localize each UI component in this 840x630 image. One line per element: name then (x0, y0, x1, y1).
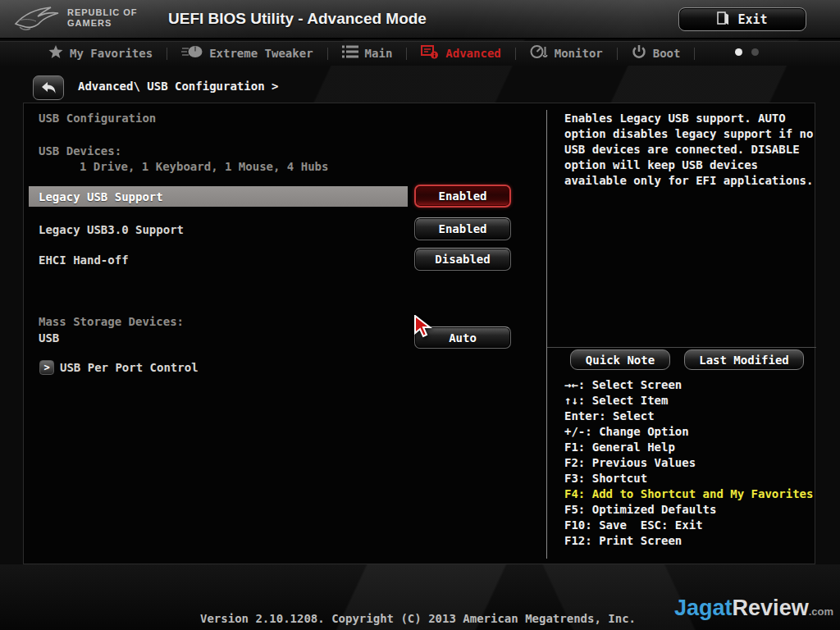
help-panel-divider (547, 347, 816, 348)
section-title: USB Configuration (39, 112, 156, 125)
brand-text: REPUBLIC OF GAMERS (67, 7, 138, 28)
mouse-cursor (413, 315, 433, 341)
key-hint: +/-: Change Option (564, 424, 813, 440)
key-hint: ↑↓: Select Item (564, 393, 813, 409)
nav-tab-advanced[interactable]: Advanced (407, 44, 514, 62)
key-hint: F4: Add to Shortcut and My Favorites (564, 486, 813, 502)
star-icon (48, 45, 63, 62)
option-value-legacy-usb3-support[interactable]: Enabled (414, 217, 511, 240)
gauge-icon (530, 44, 548, 62)
submenu-arrow-icon: > (39, 360, 54, 375)
page-title: UEFI BIOS Utility - Advanced Mode (168, 10, 427, 28)
watermark: JagatReview.com (674, 596, 833, 621)
quick-note-button[interactable]: Quick Note (570, 349, 670, 370)
usb-devices-value: 1 Drive, 1 Keyboard, 1 Mouse, 4 Hubs (80, 160, 328, 173)
nav-tab-monitor[interactable]: Monitor (516, 44, 617, 62)
key-hint: F2: Previous Values (564, 455, 813, 471)
panel-divider (546, 110, 547, 559)
main-navigation: My Favorites Extreme Tweaker Main (34, 42, 695, 65)
version-text: Version 2.10.1208. Copyright (C) 2013 Am… (200, 612, 636, 625)
key-hint: F12: Print Screen (564, 533, 813, 549)
key-hint: F5: Optimized Defaults (564, 502, 813, 518)
breadcrumb: Advanced\ USB Configuration > (78, 80, 278, 93)
exit-label: Exit (737, 12, 767, 27)
advanced-panel-icon (421, 44, 439, 62)
rog-eye-logo-icon (13, 4, 61, 39)
back-button[interactable] (33, 75, 64, 100)
exit-button[interactable]: Exit (678, 7, 806, 31)
key-hint: F10: Save ESC: Exit (564, 518, 813, 533)
nav-separator (694, 48, 695, 60)
page-dot-active (735, 48, 742, 56)
submenu-usb-per-port-control[interactable]: > USB Per Port Control (39, 360, 199, 375)
nav-tab-main[interactable]: Main (328, 45, 407, 62)
nav-tab-extreme-tweaker[interactable]: Extreme Tweaker (167, 45, 326, 62)
last-modified-button[interactable]: Last Modified (684, 349, 804, 370)
key-hint: Enter: Select (564, 409, 813, 424)
nav-tab-my-favorites[interactable]: My Favorites (34, 45, 167, 62)
submenu-label: USB Per Port Control (60, 361, 199, 374)
list-icon (342, 45, 358, 62)
help-description: Enables Legacy USB support. AUTO option … (564, 111, 824, 189)
mass-storage-device-name: USB (39, 331, 59, 345)
option-label: Legacy USB Support (29, 190, 163, 203)
option-row-legacy-usb-support[interactable]: Legacy USB Support (29, 186, 408, 207)
option-value-ehci-hand-off[interactable]: Disabled (414, 248, 511, 271)
page-dot-inactive (751, 48, 759, 56)
option-value-legacy-usb-support[interactable]: Enabled (414, 185, 511, 208)
key-hints-list: →←: Select Screen ↑↓: Select Item Enter:… (564, 377, 813, 549)
bios-screen: REPUBLIC OF GAMERS UEFI BIOS Utility - A… (0, 0, 840, 630)
option-label-ehci-hand-off[interactable]: EHCI Hand-off (39, 253, 129, 267)
usb-devices-label: USB Devices: (39, 144, 121, 158)
key-hint: →←: Select Screen (564, 377, 813, 393)
key-hint: F1: General Help (564, 440, 813, 455)
mass-storage-label: Mass Storage Devices: (39, 315, 184, 328)
header-bar: REPUBLIC OF GAMERS UEFI BIOS Utility - A… (0, 0, 840, 39)
exit-door-icon (717, 11, 729, 29)
back-arrow-icon (39, 81, 57, 94)
option-label-legacy-usb3-support[interactable]: Legacy USB3.0 Support (39, 223, 184, 236)
key-hint: F3: Shortcut (564, 471, 813, 486)
mouse-icon (181, 45, 203, 62)
power-icon (632, 44, 646, 62)
nav-tab-boot[interactable]: Boot (618, 44, 695, 62)
